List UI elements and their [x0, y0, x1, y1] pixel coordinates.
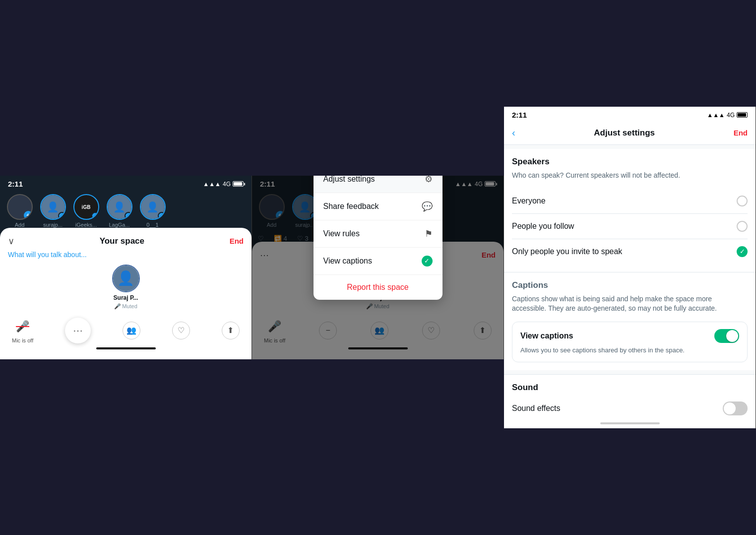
sound-section: Sound Sound effects [504, 374, 756, 428]
settings-header: ‹ Adjust settings End [504, 121, 756, 145]
dropdown-adjust-settings[interactable]: Adjust settings ⚙ [314, 176, 442, 193]
story-lagga-avatar: 👤 [107, 194, 132, 220]
time-1: 2:11 [8, 180, 23, 188]
dropdown-report-space[interactable]: Report this space [314, 275, 442, 300]
radio-invite-only: ✓ [737, 246, 748, 257]
captions-desc: Captions show what is being said and hel… [512, 294, 748, 314]
add-icon: + [24, 211, 33, 220]
captions-section: Captions Captions show what is being sai… [504, 272, 756, 370]
more-icon-1[interactable]: ⋯ [65, 318, 91, 343]
story-add-label: Add [15, 222, 25, 228]
dropdown-view-captions[interactable]: View captions ✓ [314, 248, 442, 275]
view-captions-toggle[interactable] [714, 329, 739, 343]
share-feedback-label: Share feedback [323, 202, 379, 211]
status-bar-1: 2:11 ▲▲▲ 4G [0, 176, 252, 190]
story-suraj-label: surajp... [43, 222, 63, 228]
report-space-label: Report this space [347, 283, 409, 292]
people-follow-label: People you follow [512, 222, 574, 231]
story-0-1-avatar: 👤 [140, 194, 166, 220]
settings-end-btn[interactable]: End [734, 129, 748, 137]
invite-only-label: Only people you invite to speak [512, 247, 622, 256]
space-chevron-1[interactable]: ∨ [8, 236, 14, 247]
view-captions-header: View captions [520, 329, 739, 343]
time-3: 2:11 [512, 111, 527, 119]
story-add-avatar: + [7, 194, 33, 220]
status-bar-3: 2:11 ▲▲▲ 4G [504, 107, 756, 121]
mic-slash-icon: 🎤 [114, 303, 121, 310]
battery-3 [737, 112, 748, 118]
notif-dot-4 [158, 212, 166, 220]
space-user-name-1: Suraj P... [114, 294, 138, 301]
view-captions-desc: Allows you to see captions shared by oth… [520, 346, 739, 355]
status-icons-3: ▲▲▲ 4G [707, 112, 748, 119]
space-users-1: 👤 Suraj P... 🎤 Muted [8, 265, 244, 310]
captions-title: Captions [512, 280, 748, 290]
space-user-status-1: 🎤 Muted [114, 303, 137, 310]
twitter-feed-bg: 2:11 ▲▲▲ 4G + Add 👤 surajp... [0, 176, 252, 359]
story-igb-avatar: iGB [73, 194, 99, 220]
story-igb[interactable]: iGB iGeeks... [72, 194, 100, 228]
gear-icon: ⚙ [425, 176, 433, 185]
dropdown-view-rules[interactable]: View rules ⚑ [314, 220, 442, 248]
settings-title: Adjust settings [594, 128, 655, 138]
option-everyone[interactable]: Everyone [512, 189, 748, 214]
view-captions-label: View captions [323, 257, 372, 266]
view-rules-label: View rules [323, 229, 360, 238]
screen2: 2:11 ▲▲▲ 4G + Add 👤 surajp... [252, 176, 504, 359]
story-suraj[interactable]: 👤 surajp... [39, 194, 66, 228]
user-avatar-img: 👤 [113, 266, 139, 291]
toggle-knob [726, 330, 738, 342]
option-invite-only[interactable]: Only people you invite to speak ✓ [512, 239, 748, 264]
view-captions-label: View captions [520, 332, 573, 340]
dropdown-share-feedback[interactable]: Share feedback 💬 [314, 193, 442, 220]
screen3: 2:11 ▲▲▲ 4G ‹ Adjust settings End Speake… [504, 107, 756, 428]
mic-icon-1[interactable]: 🎤 [14, 318, 32, 335]
radio-people-follow[interactable] [737, 221, 748, 232]
story-add[interactable]: + Add [6, 194, 33, 228]
dropdown-menu: About Spaces Adjust settings ⚙ Share fee… [314, 176, 442, 300]
screen1: 2:11 ▲▲▲ 4G + Add 👤 surajp... [0, 176, 252, 359]
notif-dot-3 [125, 212, 132, 220]
story-0-1[interactable]: 👤 0__1 [139, 194, 166, 228]
option-people-follow[interactable]: People you follow [512, 214, 748, 239]
signal-icon-1: ▲▲▲ [203, 181, 221, 188]
space-end-btn-1[interactable]: End [230, 237, 244, 245]
people-icon-1: 👥 [123, 322, 140, 339]
sound-effects-toggle[interactable] [723, 401, 748, 415]
status-icons-1: ▲▲▲ 4G [203, 181, 244, 188]
signal-icon-3: ▲▲▲ [707, 112, 725, 119]
home-indicator-3 [600, 422, 660, 424]
flag-icon: ⚑ [425, 228, 433, 239]
space-user-1: 👤 Suraj P... 🎤 Muted [112, 265, 140, 310]
space-user-avatar-1: 👤 [112, 265, 140, 292]
story-suraj-avatar: 👤 [40, 194, 66, 220]
space-bottom-controls-1: 🎤 Mic is off ⋯ 👥 ♡ ⬆ [8, 318, 244, 343]
notif-dot-2 [91, 212, 99, 220]
people-control-1[interactable]: 👥 [123, 322, 140, 339]
chat-icon: 💬 [422, 201, 433, 212]
green-check-icon: ✓ [422, 256, 433, 267]
network-3: 4G [727, 112, 735, 119]
sound-toggle-knob [724, 402, 736, 414]
adjust-settings-label: Adjust settings [323, 176, 375, 184]
share-control-1[interactable]: ⬆ [222, 322, 240, 339]
share-icon-1: ⬆ [222, 322, 240, 339]
mic-control-1: 🎤 Mic is off [12, 318, 33, 343]
speakers-desc: Who can speak? Current speakers will not… [512, 171, 748, 181]
space-subtitle-1: What will you talk about... [8, 251, 244, 259]
sound-effects-row: Sound effects [512, 397, 748, 420]
back-btn[interactable]: ‹ [512, 127, 515, 138]
story-0-1-label: 0__1 [146, 222, 158, 228]
sound-effects-label: Sound effects [512, 404, 561, 413]
battery-1 [233, 181, 244, 187]
everyone-label: Everyone [512, 197, 546, 205]
story-lagga[interactable]: 👤 LagGa... [106, 194, 133, 228]
heart-control-1[interactable]: ♡ [172, 322, 190, 339]
heart-icon-1: ♡ [172, 322, 190, 339]
stories-row-1: + Add 👤 surajp... iGB iGeeks... [0, 190, 252, 232]
radio-everyone[interactable] [737, 196, 748, 206]
igb-logo: iGB [82, 204, 91, 210]
speakers-section: Speakers Who can speak? Current speakers… [504, 149, 756, 272]
more-control-1[interactable]: ⋯ [65, 318, 91, 343]
story-igb-label: iGeeks... [75, 222, 97, 228]
